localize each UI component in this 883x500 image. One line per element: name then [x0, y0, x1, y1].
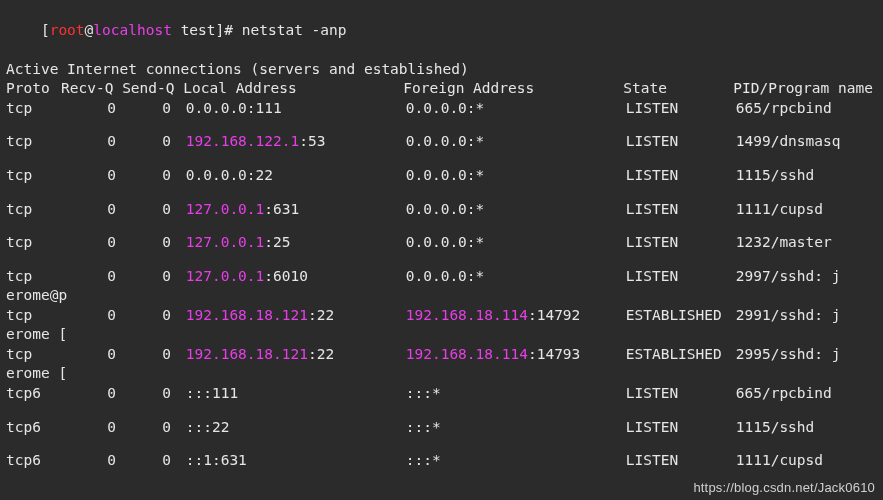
ip-address: 192.168.18.114: [406, 307, 528, 323]
table-row-wrap: erome@p: [6, 286, 877, 306]
prompt-flags: -anp: [312, 22, 347, 38]
table-row: tcp00 127.0.0.1:60100.0.0.0:*LISTEN2997/…: [6, 267, 877, 287]
table-row: tcp00 127.0.0.1:250.0.0.0:*LISTEN1232/ma…: [6, 233, 877, 253]
netstat-table: tcp00 0.0.0.0:1110.0.0.0:*LISTEN665/rpcb…: [6, 99, 877, 471]
table-row: tcp00 192.168.18.121:22192.168.18.114:14…: [6, 345, 877, 365]
table-row: tcp00 192.168.122.1:530.0.0.0:*LISTEN149…: [6, 132, 877, 152]
table-row: tcp600 ::1:631:::*LISTEN1111/cupsd: [6, 451, 877, 471]
prompt-host: localhost: [93, 22, 172, 38]
table-row: tcp00 192.168.18.121:22192.168.18.114:14…: [6, 306, 877, 326]
ip-address: 127.0.0.1: [186, 234, 265, 250]
ip-address: 127.0.0.1: [186, 201, 265, 217]
table-row: tcp00 0.0.0.0:220.0.0.0:*LISTEN1115/sshd: [6, 166, 877, 186]
prompt-command: netstat: [242, 22, 303, 38]
table-row-wrap: erome [: [6, 364, 877, 384]
ip-address: 192.168.122.1: [186, 133, 300, 149]
table-row: tcp600 :::111:::*LISTEN665/rpcbind: [6, 384, 877, 404]
ip-address: 192.168.18.114: [406, 346, 528, 362]
watermark: https://blog.csdn.net/Jack0610: [693, 479, 875, 497]
terminal[interactable]: [root@localhost test]# netstat -anp Acti…: [0, 0, 883, 472]
ip-address: 192.168.18.121: [186, 307, 308, 323]
table-row: tcp00 0.0.0.0:1110.0.0.0:*LISTEN665/rpcb…: [6, 99, 877, 119]
ip-address: 192.168.18.121: [186, 346, 308, 362]
prompt-cwd: test: [181, 22, 216, 38]
ip-address: 127.0.0.1: [186, 268, 265, 284]
prompt-user: root: [50, 22, 85, 38]
table-row-wrap: erome [: [6, 325, 877, 345]
title-line: Active Internet connections (servers and…: [6, 60, 877, 80]
table-row: tcp00 127.0.0.1:6310.0.0.0:*LISTEN1111/c…: [6, 200, 877, 220]
table-row: tcp600 :::22:::*LISTEN1115/sshd: [6, 418, 877, 438]
column-header: ProtoRecv-Q Send-Q Local AddressForeign …: [6, 79, 877, 99]
prompt-line: [root@localhost test]# netstat -anp: [6, 1, 877, 60]
